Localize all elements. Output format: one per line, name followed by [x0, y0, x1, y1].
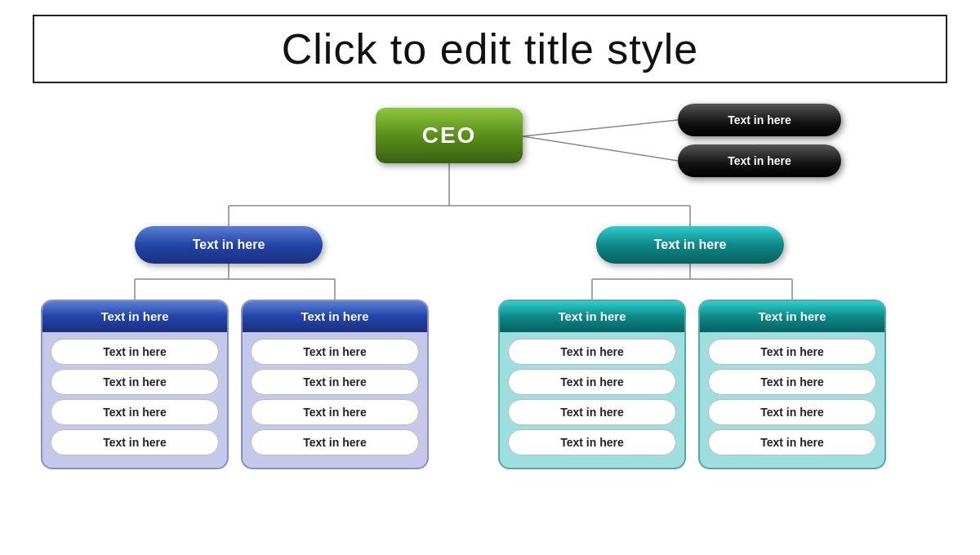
svg-line-1	[523, 136, 678, 161]
team-card-3: Text in here Text in here Text in here T…	[498, 300, 686, 469]
org-chart-area: CEO Text in here Text in here Text in he…	[0, 91, 980, 524]
card-row[interactable]: Text in here	[251, 339, 419, 365]
card-row[interactable]: Text in here	[708, 429, 876, 455]
card-row[interactable]: Text in here	[508, 369, 676, 395]
ceo-node[interactable]: CEO	[376, 108, 523, 163]
card-row[interactable]: Text in here	[251, 399, 419, 425]
card-row[interactable]: Text in here	[51, 369, 219, 395]
team-card-4: Text in here Text in here Text in here T…	[698, 300, 886, 469]
card-header-3[interactable]: Text in here	[500, 301, 684, 332]
card-row[interactable]: Text in here	[508, 339, 676, 365]
team-card-2: Text in here Text in here Text in here T…	[241, 300, 429, 469]
card-row[interactable]: Text in here	[251, 429, 419, 455]
black-pill-1[interactable]: Text in here	[678, 104, 841, 136]
page-title: Click to edit title style	[51, 24, 929, 73]
black-pill-2[interactable]: Text in here	[678, 144, 841, 177]
title-box[interactable]: Click to edit title style	[33, 15, 947, 83]
svg-line-0	[523, 120, 678, 136]
card-row[interactable]: Text in here	[708, 339, 876, 365]
card-row[interactable]: Text in here	[51, 399, 219, 425]
card-row[interactable]: Text in here	[508, 399, 676, 425]
card-row[interactable]: Text in here	[51, 429, 219, 455]
card-header-2[interactable]: Text in here	[243, 301, 427, 332]
card-row[interactable]: Text in here	[251, 369, 419, 395]
card-header-1[interactable]: Text in here	[42, 301, 227, 332]
manager-blue[interactable]: Text in here	[135, 226, 323, 264]
team-card-1: Text in here Text in here Text in here T…	[41, 300, 229, 469]
card-header-4[interactable]: Text in here	[700, 301, 884, 332]
card-row[interactable]: Text in here	[51, 339, 219, 365]
card-row[interactable]: Text in here	[508, 429, 676, 455]
card-row[interactable]: Text in here	[708, 369, 876, 395]
card-row[interactable]: Text in here	[708, 399, 876, 425]
manager-teal[interactable]: Text in here	[596, 226, 784, 264]
